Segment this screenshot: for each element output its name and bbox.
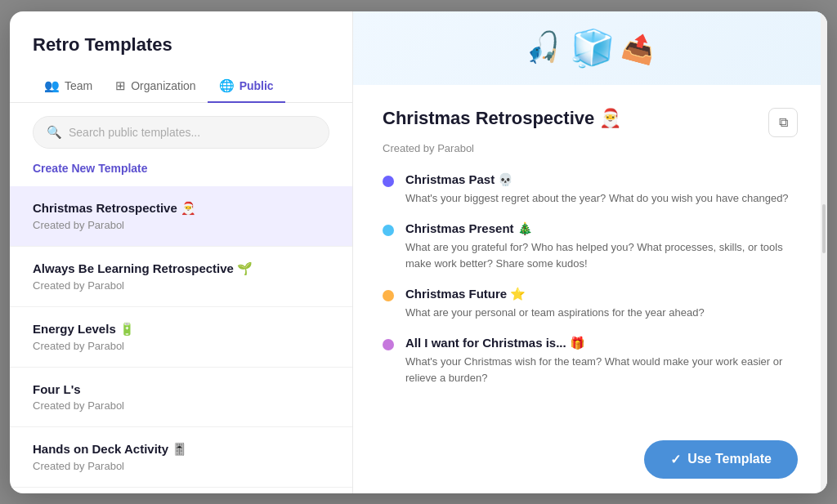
tab-public-label: Public [239, 79, 274, 92]
use-template-label: Use Template [687, 452, 772, 466]
section-item-future: Christmas Future ⭐ What are your persona… [383, 287, 798, 321]
right-content: Christmas Retrospective 🎅 ⧉ Created by P… [353, 85, 827, 426]
template-item-energy-levels[interactable]: Energy Levels 🔋 Created by Parabol [10, 307, 352, 368]
section-dot-present [383, 225, 394, 236]
template-author: Created by Parabol [33, 460, 329, 472]
left-header: Retro Templates 👥 Team ⊞ Organization 🌐 … [10, 11, 352, 103]
template-name: Always Be Learning Retrospective 🌱 [33, 261, 329, 276]
template-author: Created by Parabol [33, 399, 329, 412]
section-name-wish: All I want for Christmas is... 🎁 [405, 336, 798, 350]
section-list: Christmas Past 💀 What's your biggest reg… [383, 172, 798, 387]
art-decoration: 🎣 🧊 📤 [525, 27, 656, 69]
tab-team-label: Team [65, 79, 92, 92]
template-name: Christmas Retrospective 🎅 [33, 201, 329, 216]
modal: Retro Templates 👥 Team ⊞ Organization 🌐 … [10, 11, 827, 493]
tab-bar: 👥 Team ⊞ Organization 🌐 Public [10, 70, 352, 103]
left-panel: Retro Templates 👥 Team ⊞ Organization 🌐 … [10, 11, 353, 493]
search-icon: 🔍 [47, 125, 62, 140]
section-name-future: Christmas Future ⭐ [405, 287, 705, 301]
section-desc-present: What are you grateful for? Who has helpe… [405, 239, 798, 272]
section-body-future: Christmas Future ⭐ What are your persona… [405, 287, 705, 321]
search-area: 🔍 [10, 103, 352, 162]
section-item-wish: All I want for Christmas is... 🎁 What's … [383, 336, 798, 386]
template-author: Created by Parabol [33, 279, 329, 292]
art-icon-2: 🧊 [568, 25, 616, 71]
section-name-past: Christmas Past 💀 [405, 172, 789, 187]
template-author: Created by Parabol [33, 219, 329, 231]
template-name: Energy Levels 🔋 [33, 322, 329, 337]
search-input[interactable] [69, 126, 316, 139]
copy-icon: ⧉ [779, 115, 788, 130]
tab-public[interactable]: 🌐 Public [208, 70, 285, 103]
template-name: Four L's [33, 382, 329, 396]
scrollbar-track[interactable] [821, 11, 827, 493]
team-icon: 👥 [44, 78, 60, 93]
search-box: 🔍 [33, 116, 329, 149]
template-list: Christmas Retrospective 🎅 Created by Par… [10, 186, 352, 493]
tab-organization[interactable]: ⊞ Organization [104, 70, 207, 103]
section-desc-future: What are your personal or team aspiratio… [405, 305, 705, 321]
section-desc-past: What's your biggest regret about the yea… [405, 190, 789, 207]
section-body-present: Christmas Present 🎄 What are you gratefu… [405, 221, 798, 272]
section-item-past: Christmas Past 💀 What's your biggest reg… [383, 172, 798, 207]
section-body-wish: All I want for Christmas is... 🎁 What's … [405, 336, 798, 386]
section-name-present: Christmas Present 🎄 [405, 221, 798, 236]
create-new-template-link[interactable]: Create New Template [10, 162, 352, 186]
template-item-christmas-retro[interactable]: Christmas Retrospective 🎅 Created by Par… [10, 186, 352, 247]
art-icon-3: 📤 [620, 29, 659, 67]
template-item-hands-on-deck[interactable]: Hands on Deck Activity 🎚️ Created by Par… [10, 427, 352, 488]
detail-author: Created by Parabol [383, 142, 798, 154]
right-panel: 🎣 🧊 📤 Christmas Retrospective 🎅 ⧉ Create… [353, 11, 827, 493]
public-icon: 🌐 [219, 78, 235, 93]
organization-icon: ⊞ [115, 78, 126, 93]
template-item-learning-retro[interactable]: Always Be Learning Retrospective 🌱 Creat… [10, 247, 352, 307]
art-icon-1: 🎣 [522, 28, 565, 68]
template-author: Created by Parabol [33, 340, 329, 352]
section-item-present: Christmas Present 🎄 What are you gratefu… [383, 221, 798, 272]
section-desc-wish: What's your Christmas wish for the team?… [405, 354, 798, 386]
tab-organization-label: Organization [131, 79, 195, 92]
tab-team[interactable]: 👥 Team [33, 70, 104, 103]
section-dot-future [383, 290, 394, 301]
detail-title: Christmas Retrospective 🎅 [383, 108, 621, 129]
detail-header: Christmas Retrospective 🎅 ⧉ [383, 108, 798, 137]
section-dot-wish [383, 339, 394, 350]
section-dot-past [383, 176, 394, 187]
modal-title: Retro Templates [33, 34, 329, 56]
copy-button[interactable]: ⧉ [768, 108, 798, 137]
header-art: 🎣 🧊 📤 [353, 11, 827, 85]
template-item-four-ls[interactable]: Four L's Created by Parabol [10, 368, 352, 427]
section-body-past: Christmas Past 💀 What's your biggest reg… [405, 172, 789, 207]
scrollbar-thumb[interactable] [822, 204, 826, 253]
checkmark-icon: ✓ [670, 452, 681, 467]
right-footer: ✓ Use Template [353, 426, 827, 493]
use-template-button[interactable]: ✓ Use Template [644, 440, 798, 479]
template-name: Hands on Deck Activity 🎚️ [33, 442, 329, 457]
